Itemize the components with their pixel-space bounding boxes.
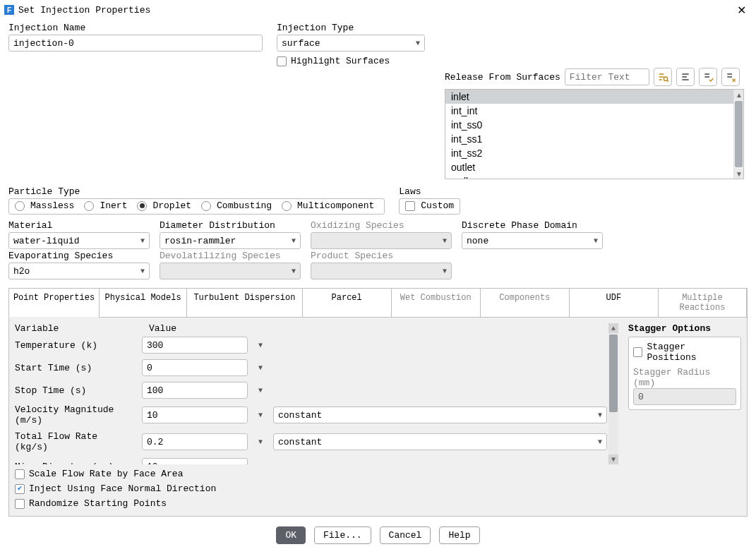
surface-item[interactable]: int_int <box>445 104 733 118</box>
injection-type-value: surface <box>282 38 320 49</box>
surfaces-filter-input[interactable] <box>565 68 649 85</box>
particle-type-radio[interactable] <box>15 201 25 211</box>
chevron-down-icon: ▼ <box>140 267 145 275</box>
chevron-down-icon[interactable]: ▼ <box>255 438 266 446</box>
material-select[interactable]: water-liquid▼ <box>8 232 150 249</box>
property-label: Stop Time (s) <box>15 385 135 396</box>
particle-type-radio[interactable] <box>282 201 292 211</box>
chevron-down-icon: ▼ <box>598 411 602 419</box>
inject-face-normal-checkbox[interactable] <box>15 484 25 494</box>
particle-type-label: Particle Type <box>8 186 385 197</box>
property-type-select[interactable]: constant▼ <box>273 407 607 423</box>
chevron-down-icon: ▼ <box>594 237 598 245</box>
surface-item[interactable]: int_ss2 <box>445 146 733 160</box>
surface-sort-button[interactable] <box>676 68 695 86</box>
props-scrollbar[interactable]: ▲ ▼ <box>608 323 618 464</box>
scale-flow-rate-checkbox[interactable] <box>15 469 25 479</box>
scroll-down-icon[interactable]: ▼ <box>608 454 618 464</box>
particle-type-option: Droplet <box>152 200 191 211</box>
property-row: Velocity Magnitude (m/s)▼constant▼ <box>15 404 607 426</box>
product-species-label: Product Species <box>311 251 452 261</box>
stagger-positions-checkbox[interactable] <box>633 347 642 357</box>
custom-laws-checkbox[interactable] <box>405 201 415 211</box>
chevron-down-icon[interactable]: ▼ <box>255 387 266 395</box>
chevron-down-icon: ▼ <box>598 438 602 446</box>
surface-item[interactable]: int_ss1 <box>445 132 733 146</box>
chevron-down-icon[interactable]: ▼ <box>255 364 266 372</box>
scroll-up-icon[interactable]: ▲ <box>734 90 744 100</box>
file-button[interactable]: File... <box>314 526 371 544</box>
property-value-input[interactable] <box>142 407 248 423</box>
column-variable-header: Variable <box>15 323 135 334</box>
scroll-up-icon[interactable]: ▲ <box>608 323 618 333</box>
close-button[interactable]: ✕ <box>733 4 750 17</box>
tab-point-properties[interactable]: Point Properties <box>8 288 99 318</box>
property-label: Min. Diameter (mm) <box>15 462 135 465</box>
tab-physical-models[interactable]: Physical Models <box>99 288 186 318</box>
tab-udf[interactable]: UDF <box>569 288 658 318</box>
highlight-surfaces-label: Highlight Surfaces <box>291 56 390 66</box>
surface-item[interactable]: int_ss0 <box>445 118 733 132</box>
surfaces-listbox[interactable]: inletint_intint_ss0int_ss1int_ss2outletw… <box>445 89 744 179</box>
chevron-down-icon[interactable]: ▼ <box>255 342 266 349</box>
listbox-scrollbar[interactable]: ▲ ▼ <box>733 90 743 179</box>
surface-deselect-all-button[interactable] <box>721 68 740 86</box>
list-x-icon <box>725 71 736 83</box>
surface-item[interactable]: inlet <box>445 90 733 104</box>
surface-item[interactable]: wall <box>445 174 733 179</box>
property-label: Total Flow Rate (kg/s) <box>15 431 135 452</box>
particle-type-radio[interactable] <box>84 201 94 211</box>
particle-type-option: Inert <box>100 200 127 211</box>
chevron-down-icon[interactable]: ▼ <box>255 463 266 465</box>
scroll-thumb[interactable] <box>609 335 618 412</box>
devolatilizing-species-select: ▼ <box>160 263 301 279</box>
property-type-select[interactable]: constant▼ <box>273 433 607 450</box>
property-value-input[interactable] <box>142 359 248 376</box>
ok-button[interactable]: OK <box>276 526 306 544</box>
particle-type-option: Multicomponent <box>297 200 374 211</box>
particle-type-radio[interactable] <box>201 201 211 211</box>
diameter-distribution-select[interactable]: rosin-rammler▼ <box>160 232 301 249</box>
material-label: Material <box>8 220 150 231</box>
property-value-input[interactable] <box>142 337 248 354</box>
property-value-input[interactable] <box>142 458 248 464</box>
surface-select-all-button[interactable] <box>699 68 717 86</box>
surface-search-button[interactable] <box>654 68 672 86</box>
particle-type-radio[interactable] <box>137 201 147 211</box>
property-row: Start Time (s)▼ <box>15 359 607 376</box>
scroll-down-icon[interactable]: ▼ <box>734 169 744 179</box>
scroll-thumb[interactable] <box>735 101 743 167</box>
help-button[interactable]: Help <box>439 526 479 544</box>
evaporating-species-select[interactable]: h2o▼ <box>8 263 150 279</box>
property-value-input[interactable] <box>142 382 248 399</box>
stagger-positions-label: Stagger Positions <box>647 342 736 363</box>
property-value-input[interactable] <box>142 433 248 450</box>
discrete-phase-domain-select[interactable]: none▼ <box>462 232 603 249</box>
tab-turbulent-dispersion[interactable]: Turbulent Dispersion <box>186 288 302 318</box>
stagger-radius-label: Stagger Radius (mm) <box>633 367 736 388</box>
oxidizing-species-label: Oxidizing Species <box>311 220 452 231</box>
tab-parcel[interactable]: Parcel <box>302 288 391 318</box>
randomize-points-checkbox[interactable] <box>15 499 25 509</box>
diameter-distribution-label: Diameter Distribution <box>160 220 301 231</box>
highlight-surfaces-checkbox[interactable] <box>277 56 287 66</box>
stagger-radius-input <box>633 388 736 405</box>
injection-type-label: Injection Type <box>277 23 425 33</box>
injection-name-label: Injection Name <box>8 23 263 33</box>
stagger-options-title: Stagger Options <box>628 323 741 334</box>
cancel-button[interactable]: Cancel <box>380 526 431 544</box>
particle-type-option: Massless <box>30 200 74 211</box>
injection-name-input[interactable] <box>8 35 263 52</box>
stagger-panel: Stagger Positions Stagger Radius (mm) <box>628 337 741 410</box>
surface-item[interactable]: outlet <box>445 160 733 174</box>
laws-panel: Custom <box>399 198 460 215</box>
property-row: Total Flow Rate (kg/s)▼constant▼ <box>15 431 607 452</box>
app-icon: F <box>4 5 14 15</box>
injection-type-select[interactable]: surface ▼ <box>277 35 425 52</box>
tabs-bar: Point PropertiesPhysical ModelsTurbulent… <box>8 288 748 318</box>
chevron-down-icon: ▼ <box>292 237 296 245</box>
tab-wet-combustion: Wet Combustion <box>391 288 480 318</box>
chevron-down-icon[interactable]: ▼ <box>255 411 266 419</box>
product-species-select: ▼ <box>311 263 452 279</box>
property-row: Min. Diameter (mm)▼ <box>15 458 607 464</box>
